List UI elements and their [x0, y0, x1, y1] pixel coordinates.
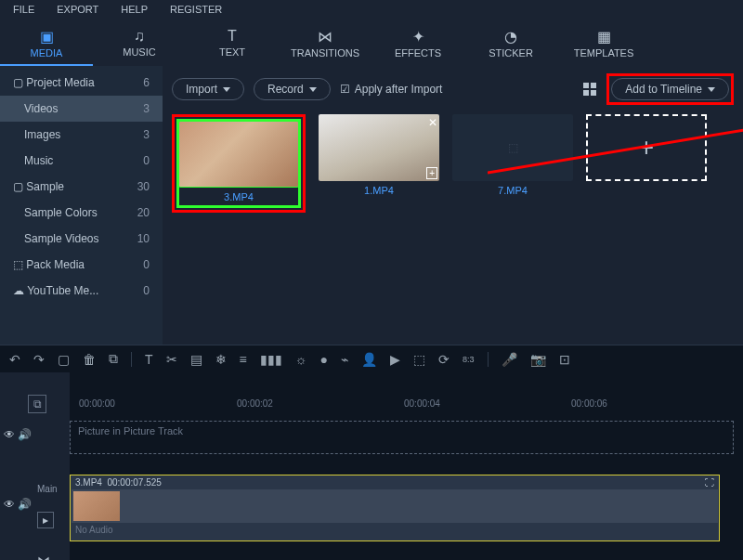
tab-effects[interactable]: ✦EFFECTS — [372, 22, 464, 66]
aspect-icon[interactable]: 8:3 — [463, 355, 475, 364]
timeline: ⧉ 👁 🔊 Main 👁 🔊 ▸ ⋈ 00:00:00 00:00:02 00:… — [0, 372, 743, 560]
menu-export[interactable]: EXPORT — [57, 4, 98, 15]
film-icon[interactable]: ▤ — [190, 352, 202, 367]
trash-icon[interactable]: 🗑 — [83, 352, 96, 367]
media-card-3mp4[interactable]: 3.MP4 — [178, 121, 299, 206]
undo-icon[interactable]: ↶ — [9, 352, 20, 367]
chevron-down-icon — [309, 87, 317, 92]
add-to-timeline-button[interactable]: Add to Timeline — [611, 78, 729, 100]
camera-icon[interactable]: 📷 — [530, 352, 546, 367]
track-visibility-main[interactable]: 👁 🔊 — [4, 498, 32, 511]
menu-register[interactable]: REGISTER — [170, 4, 222, 15]
tab-sticker[interactable]: ◔STICKER — [464, 22, 557, 66]
grid-view-icon[interactable] — [582, 82, 597, 97]
menu-file[interactable]: FILE — [13, 4, 34, 15]
layers-icon[interactable]: ⧉ — [28, 395, 46, 413]
sidebar-item-music[interactable]: Music0 — [0, 148, 163, 174]
columns-icon[interactable]: ▮▮▮ — [260, 352, 282, 367]
pip-track[interactable]: Picture in Picture Track — [70, 421, 734, 454]
clip-audio-label: No Audio — [71, 523, 719, 537]
tab-transitions[interactable]: ⋈TRANSITIONS — [279, 22, 372, 66]
svg-rect-1 — [591, 83, 596, 88]
sidebar-item-videos[interactable]: Videos3 — [0, 96, 163, 122]
timeline-clip[interactable]: 3.MP4 00:00:07.525⛶ No Audio — [70, 475, 720, 541]
cut-icon[interactable]: ✂ — [166, 352, 177, 367]
svg-rect-2 — [583, 90, 589, 96]
person-icon[interactable]: 👤 — [361, 352, 377, 367]
bowtie-icon: ⋈ — [279, 28, 372, 46]
redo-icon[interactable]: ↷ — [33, 352, 45, 367]
clipboard-icon[interactable]: ▢ — [58, 352, 70, 367]
tab-templates[interactable]: ▦TEMPLATES — [557, 22, 650, 66]
tab-music[interactable]: ♫MUSIC — [93, 22, 186, 66]
add-media-card[interactable]: + — [586, 114, 707, 181]
track-visibility-pip[interactable]: 👁 🔊 — [4, 428, 32, 441]
tab-text[interactable]: TTEXT — [186, 22, 279, 66]
play-box-icon[interactable]: ▶ — [390, 352, 400, 367]
close-icon[interactable]: ✕ — [428, 116, 437, 129]
checkbox-icon: ☑ — [340, 83, 350, 96]
text-icon: T — [186, 28, 279, 45]
key-icon[interactable]: ⌁ — [341, 352, 348, 367]
media-card-1mp4[interactable]: ✕ + 1.MP4 — [319, 114, 439, 213]
sidebar-item-sample-colors[interactable]: Sample Colors20 — [0, 200, 163, 226]
sidebar-item-sample-videos[interactable]: Sample Videos10 — [0, 226, 163, 252]
clock-icon: ◔ — [464, 28, 557, 46]
sidebar-item-images[interactable]: Images3 — [0, 122, 163, 148]
media-label: 3.MP4 — [178, 188, 299, 206]
play-track-icon[interactable]: ▸ — [37, 512, 54, 528]
image-stack-icon: ▣ — [0, 28, 93, 46]
crop-icon[interactable]: ⬚ — [413, 352, 425, 367]
media-label: 1.MP4 — [319, 181, 439, 200]
record-button[interactable]: Record — [254, 78, 331, 100]
text-tool-icon[interactable]: T — [145, 352, 153, 367]
list-icon[interactable]: ≡ — [240, 352, 247, 367]
sidebar: ▢ Project Media6 Videos3 Images3 Music0 … — [0, 66, 163, 345]
expand-icon[interactable]: ⛶ — [705, 477, 714, 488]
menu-help[interactable]: HELP — [121, 4, 148, 15]
sparkle-icon: ✦ — [372, 28, 464, 46]
track-main-label: Main — [37, 484, 58, 494]
focus-icon[interactable]: ⊡ — [559, 352, 570, 367]
snowflake-icon[interactable]: ❄ — [215, 352, 227, 367]
svg-rect-3 — [591, 90, 596, 96]
clip-thumbnail — [73, 491, 120, 521]
plus-icon: + — [639, 133, 654, 163]
sidebar-item-sample[interactable]: ▢ Sample30 — [0, 174, 163, 200]
media-card-7mp4[interactable]: ⬚ 7.MP4 — [452, 114, 573, 213]
highlight-selected-thumb: 3.MP4 — [172, 114, 306, 213]
grid-icon: ▦ — [557, 28, 650, 46]
sun-icon[interactable]: ☼ — [295, 352, 307, 367]
highlight-add-timeline: Add to Timeline — [606, 73, 734, 105]
rotate-icon[interactable]: ⟳ — [438, 352, 450, 367]
svg-rect-0 — [583, 83, 589, 88]
toolstrip: ↶ ↷ ▢ 🗑 ⧉ T ✂ ▤ ❄ ≡ ▮▮▮ ☼ ● ⌁ 👤 ▶ ⬚ ⟳ 8:… — [0, 345, 743, 372]
chevron-down-icon — [223, 87, 230, 92]
sidebar-item-pack-media[interactable]: ⬚ Pack Media0 — [0, 252, 163, 278]
sidebar-item-project-media[interactable]: ▢ Project Media6 — [0, 70, 163, 96]
dot-icon[interactable]: ● — [320, 352, 328, 367]
bowtie-track-icon[interactable]: ⋈ — [37, 553, 50, 560]
import-button[interactable]: Import — [172, 78, 244, 100]
music-note-icon: ♫ — [93, 28, 186, 45]
duplicate-icon[interactable]: ⧉ — [109, 351, 118, 367]
add-icon[interactable]: + — [426, 167, 437, 179]
chevron-down-icon — [708, 87, 715, 92]
apply-after-import-checkbox[interactable]: ☑Apply after Import — [340, 83, 443, 96]
media-label: 7.MP4 — [452, 181, 573, 200]
sidebar-item-youtube[interactable]: ☁ YouTube Me...0 — [0, 278, 163, 304]
mic-icon[interactable]: 🎤 — [502, 352, 517, 367]
timeline-ruler[interactable]: 00:00:00 00:00:02 00:00:04 00:00:06 — [70, 398, 743, 417]
tab-media[interactable]: ▣MEDIA — [0, 22, 93, 66]
